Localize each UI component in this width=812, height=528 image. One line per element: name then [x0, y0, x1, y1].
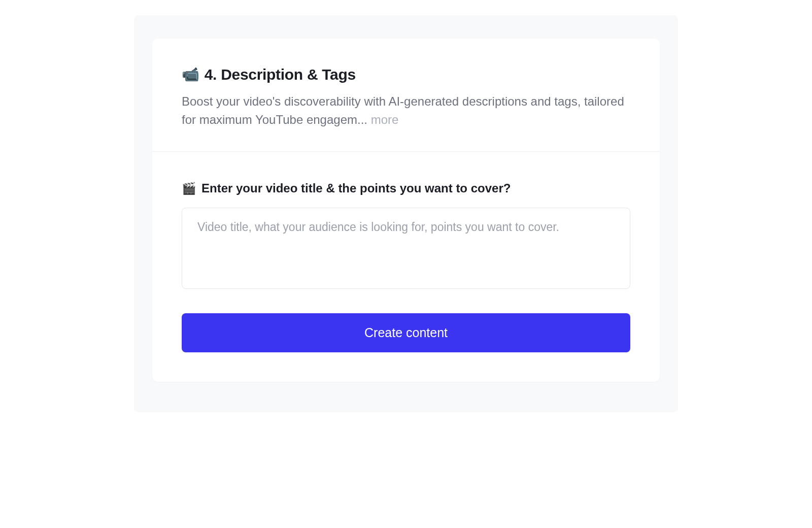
more-link[interactable]: more	[371, 113, 399, 126]
field-label-text: Enter your video title & the points you …	[201, 181, 511, 195]
card-body: 🎬 Enter your video title & the points yo…	[152, 152, 660, 382]
clapper-icon: 🎬	[182, 183, 196, 194]
card-title-text: 4. Description & Tags	[205, 66, 356, 83]
video-camera-icon: 📹	[182, 68, 199, 82]
video-title-input[interactable]	[182, 208, 630, 289]
card-title: 📹 4. Description & Tags	[182, 66, 630, 83]
field-label: 🎬 Enter your video title & the points yo…	[182, 181, 630, 195]
card-header: 📹 4. Description & Tags Boost your video…	[152, 39, 660, 152]
description-tags-card: 📹 4. Description & Tags Boost your video…	[152, 39, 660, 382]
create-content-button[interactable]: Create content	[182, 313, 630, 352]
outer-panel: 📹 4. Description & Tags Boost your video…	[134, 15, 678, 412]
card-description: Boost your video's discoverability with …	[182, 92, 630, 129]
card-description-text: Boost your video's discoverability with …	[182, 94, 624, 126]
